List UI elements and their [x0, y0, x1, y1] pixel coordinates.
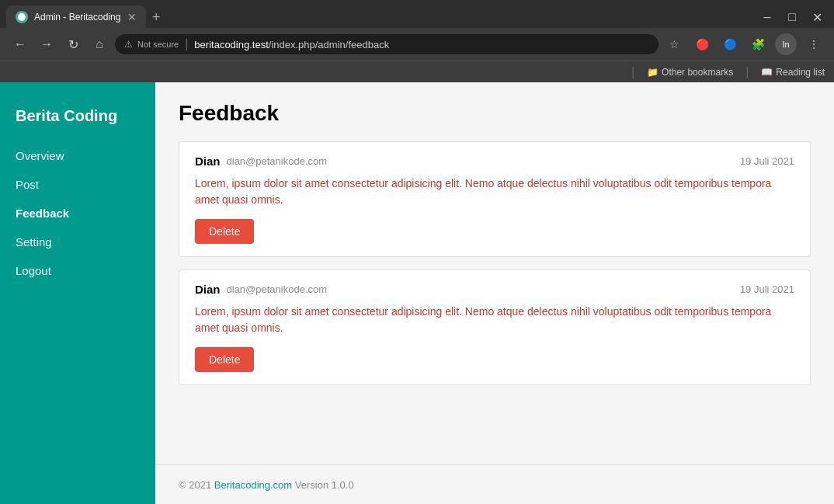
tab-favicon — [16, 11, 28, 23]
author-email: dian@petanikode.com — [227, 283, 328, 295]
card-header: Dian dian@petanikode.com 19 Juli 2021 — [195, 283, 794, 296]
reading-list-label: Reading list — [776, 67, 825, 78]
tab-title: Admin - Beritacoding — [34, 12, 121, 23]
reading-list-icon: 📖 — [761, 67, 773, 78]
address-separator: | — [185, 37, 188, 51]
extension-icon-2[interactable]: 🔵 — [719, 33, 741, 55]
bookmarks-divider: | — [631, 65, 634, 79]
not-secure-icon: ⚠ — [124, 39, 133, 50]
sidebar: Berita Coding Overview Post Feedback Set… — [0, 82, 155, 504]
delete-button[interactable]: Delete — [195, 219, 254, 244]
tab-bar: Admin - Beritacoding ✕ + – □ ✕ — [0, 0, 834, 28]
not-secure-label: Not secure — [137, 40, 179, 49]
extensions-icon[interactable]: 🧩 — [747, 33, 769, 55]
url-text: beritacoding.test/index.php/admin/feedba… — [194, 39, 649, 50]
card-body: Lorem, ipsum dolor sit amet consectetur … — [195, 176, 794, 208]
sidebar-item-overview[interactable]: Overview — [0, 141, 155, 170]
address-bar[interactable]: ⚠ Not secure | beritacoding.test/index.p… — [115, 34, 659, 54]
feedback-card: Dian dian@petanikode.com 19 Juli 2021 Lo… — [179, 269, 811, 385]
sidebar-item-post[interactable]: Post — [0, 170, 155, 199]
maximize-button[interactable]: □ — [781, 6, 803, 28]
sidebar-nav: Overview Post Feedback Setting Logout — [0, 141, 155, 285]
svg-point-0 — [18, 13, 26, 21]
main-area: Feedback Dian dian@petanikode.com 19 Jul… — [155, 82, 834, 504]
close-button[interactable]: ✕ — [806, 6, 828, 28]
bookmarks-divider2: | — [745, 65, 749, 79]
folder-icon: 📁 — [647, 67, 659, 78]
browser-icons: ☆ 🔴 🔵 🧩 In ⋮ — [663, 33, 825, 55]
reload-button[interactable]: ↻ — [62, 33, 84, 55]
new-tab-button[interactable]: + — [152, 9, 161, 26]
browser-tab[interactable]: Admin - Beritacoding ✕ — [6, 5, 146, 29]
forward-button[interactable]: → — [36, 33, 57, 55]
page-layout: Berita Coding Overview Post Feedback Set… — [0, 82, 834, 504]
browser-chrome: Admin - Beritacoding ✕ + – □ ✕ ← → ↻ ⌂ ⚠… — [0, 0, 834, 82]
page-title: Feedback — [179, 101, 811, 126]
menu-icon[interactable]: ⋮ — [803, 33, 825, 55]
sidebar-item-setting[interactable]: Setting — [0, 228, 155, 256]
tab-close-icon[interactable]: ✕ — [127, 11, 137, 23]
delete-button[interactable]: Delete — [195, 347, 254, 372]
extension-icon-1[interactable]: 🔴 — [691, 33, 713, 55]
sidebar-item-feedback[interactable]: Feedback — [0, 199, 155, 228]
other-bookmarks[interactable]: 📁 Other bookmarks — [647, 67, 733, 78]
profile-icon[interactable]: In — [775, 33, 797, 55]
reading-list[interactable]: 📖 Reading list — [761, 67, 825, 78]
footer-link[interactable]: Beritacoding.com — [214, 479, 292, 491]
card-author: Dian dian@petanikode.com — [195, 283, 327, 296]
author-name: Dian — [195, 283, 221, 296]
back-button[interactable]: ← — [9, 33, 31, 55]
author-email: dian@petanikode.com — [227, 155, 328, 167]
sidebar-brand: Berita Coding — [0, 98, 155, 141]
window-controls: – □ ✕ — [756, 6, 828, 28]
card-body: Lorem, ipsum dolor sit amet consectetur … — [195, 304, 794, 336]
card-date: 19 Juli 2021 — [740, 283, 794, 295]
other-bookmarks-label: Other bookmarks — [662, 67, 733, 78]
feedback-card: Dian dian@petanikode.com 19 Juli 2021 Lo… — [179, 141, 811, 257]
card-header: Dian dian@petanikode.com 19 Juli 2021 — [195, 155, 794, 168]
sidebar-item-logout[interactable]: Logout — [0, 256, 155, 285]
url-domain: beritacoding.test — [194, 39, 268, 50]
author-name: Dian — [195, 155, 221, 168]
card-author: Dian dian@petanikode.com — [195, 155, 327, 168]
bookmarks-bar: | 📁 Other bookmarks | 📖 Reading list — [0, 61, 834, 82]
home-button[interactable]: ⌂ — [89, 33, 110, 55]
bookmark-star-icon[interactable]: ☆ — [663, 33, 685, 55]
browser-controls: ← → ↻ ⌂ ⚠ Not secure | beritacoding.test… — [0, 28, 834, 61]
minimize-button[interactable]: – — [756, 6, 778, 28]
page-footer: © 2021 Beritacoding.com Version 1.0.0 — [155, 464, 834, 504]
card-date: 19 Juli 2021 — [740, 155, 794, 167]
footer-text: © 2021 Beritacoding.com Version 1.0.0 — [179, 479, 354, 491]
url-path: /index.php/admin/feedback — [269, 39, 389, 50]
main-content: Feedback Dian dian@petanikode.com 19 Jul… — [155, 82, 834, 464]
